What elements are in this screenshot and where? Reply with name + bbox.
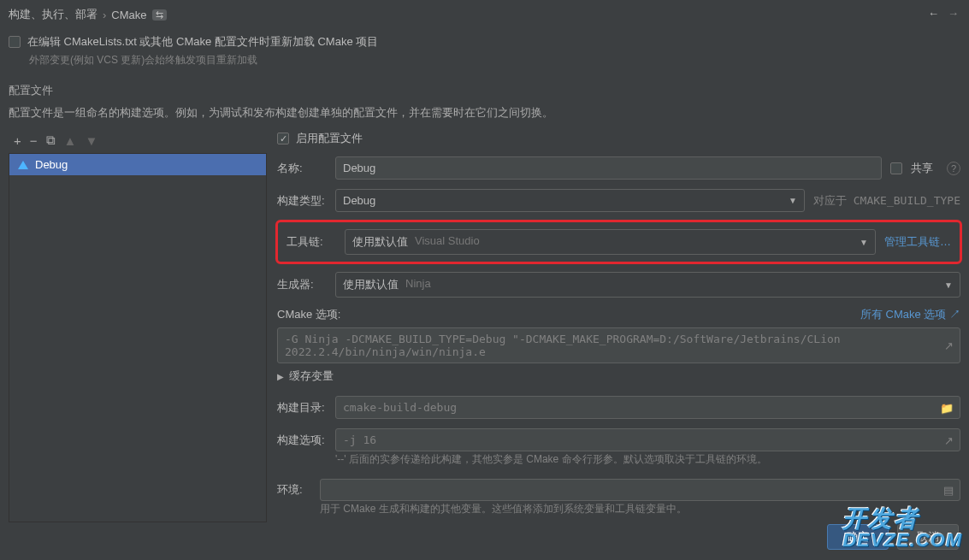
remove-button[interactable]: − <box>30 133 38 148</box>
generator-dropdown[interactable]: 使用默认值Ninja ▼ <box>335 272 960 298</box>
breadcrumb-separator: › <box>103 9 106 21</box>
nav-back-icon[interactable]: ← <box>928 7 939 20</box>
cache-variables-toggle[interactable]: ▶ 缓存变量 <box>277 363 960 396</box>
move-down-button[interactable]: ▼ <box>85 133 97 148</box>
build-dir-label: 构建目录: <box>277 400 327 416</box>
nav-arrows: ← → <box>928 7 959 20</box>
breadcrumb-part1[interactable]: 构建、执行、部署 <box>9 7 97 22</box>
profile-list[interactable]: Debug <box>9 153 267 522</box>
help-icon[interactable]: ? <box>947 162 960 175</box>
all-cmake-options-link[interactable]: 所有 CMake 选项 ↗ <box>860 307 960 322</box>
chevron-down-icon: ▼ <box>789 196 797 205</box>
toolchain-highlight: 工具链: 使用默认值Visual Studio ▼ 管理工具链… <box>275 220 962 264</box>
cmake-icon <box>18 161 28 169</box>
env-label: 环境: <box>277 482 311 498</box>
cmake-options-label: CMake 选项: <box>277 307 340 322</box>
env-input[interactable] <box>320 479 960 501</box>
build-type-label: 构建类型: <box>277 193 327 209</box>
profile-item-label: Debug <box>35 158 68 171</box>
expand-icon[interactable]: ⇆ <box>152 9 167 21</box>
chevron-down-icon: ▼ <box>860 238 868 247</box>
generator-label: 生成器: <box>277 277 327 292</box>
profile-item-debug[interactable]: Debug <box>9 154 266 175</box>
ok-button[interactable]: 确定 <box>827 524 889 550</box>
enable-profile-label: 启用配置文件 <box>296 131 363 146</box>
build-type-hint: 对应于 CMAKE_BUILD_TYPE <box>813 193 960 209</box>
profiles-toolbar: + − ⧉ ▲ ▼ <box>9 129 267 153</box>
copy-button[interactable]: ⧉ <box>46 133 56 148</box>
cancel-button[interactable]: 取消 <box>897 524 959 550</box>
list-icon[interactable]: ▤ <box>943 484 954 497</box>
folder-icon[interactable]: 📁 <box>940 401 954 414</box>
toolchain-dropdown[interactable]: 使用默认值Visual Studio ▼ <box>345 229 876 255</box>
breadcrumb-part2[interactable]: CMake <box>111 9 146 21</box>
chevron-down-icon: ▼ <box>944 280 953 290</box>
env-hint: 用于 CMake 生成和构建的其他变量。这些值将添加到系统变量和工具链变量中。 <box>320 502 960 516</box>
reload-hint: 外部变更(例如 VCS 更新)会始终触发项目重新加载 <box>29 53 960 68</box>
share-checkbox[interactable] <box>890 162 902 174</box>
build-dir-input[interactable]: cmake-build-debug <box>335 396 960 419</box>
manage-toolchains-link[interactable]: 管理工具链… <box>884 234 951 250</box>
name-input[interactable]: Debug <box>335 156 882 180</box>
name-label: 名称: <box>277 161 327 176</box>
cmake-options-input[interactable]: -G Ninja -DCMAKE_BUILD_TYPE=Debug "-DCMA… <box>277 327 960 363</box>
profiles-title: 配置文件 <box>0 71 969 102</box>
build-type-dropdown[interactable]: Debug ▼ <box>335 189 805 212</box>
nav-forward-icon: → <box>948 7 959 20</box>
build-options-label: 构建选项: <box>277 433 327 448</box>
chevron-right-icon: ▶ <box>277 372 284 381</box>
build-options-input[interactable]: -j 16 <box>335 428 960 451</box>
expand-field-icon[interactable]: ↗ <box>944 339 954 352</box>
move-up-button[interactable]: ▲ <box>64 133 77 148</box>
reload-checkbox-label: 在编辑 CMakeLists.txt 或其他 CMake 配置文件时重新加载 C… <box>27 34 378 50</box>
reload-checkbox[interactable] <box>9 36 21 48</box>
breadcrumb: 构建、执行、部署 › CMake ⇆ <box>0 0 969 29</box>
share-label: 共享 <box>911 161 933 176</box>
add-button[interactable]: + <box>14 133 21 148</box>
enable-profile-checkbox[interactable] <box>277 133 289 144</box>
profiles-desc: 配置文件是一组命名的构建选项。例如，为调试和发布构建创建单独的配置文件，并在需要… <box>0 102 969 129</box>
build-options-hint: '--' 后面的实参传递给此构建，其他实参是 CMake 命令行形参。默认选项取… <box>335 452 960 467</box>
toolchain-label: 工具链: <box>287 234 336 250</box>
expand-field-icon[interactable]: ↗ <box>944 433 954 446</box>
